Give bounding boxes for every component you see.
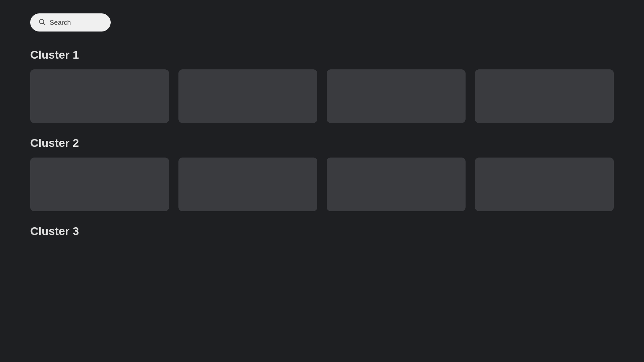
- cluster-2-grid: [30, 158, 614, 211]
- cluster-2-title: Cluster 2: [30, 136, 614, 149]
- svg-line-1: [43, 23, 45, 25]
- search-icon: [38, 18, 46, 27]
- cluster-2-card-1[interactable]: [30, 158, 169, 211]
- search-bar[interactable]: Search: [30, 13, 111, 32]
- cluster-3-title: Cluster 3: [30, 225, 614, 238]
- cluster-2-card-2[interactable]: [178, 158, 317, 211]
- cluster-1-grid: [30, 69, 614, 123]
- cluster-1-card-4[interactable]: [475, 69, 614, 123]
- cluster-1-card-2[interactable]: [178, 69, 317, 123]
- cluster-3-section: Cluster 3: [30, 225, 614, 238]
- cluster-2-section: Cluster 2: [30, 136, 614, 211]
- cluster-1-card-1[interactable]: [30, 69, 169, 123]
- search-label: Search: [50, 19, 71, 26]
- cluster-1-section: Cluster 1: [30, 48, 614, 123]
- cluster-1-title: Cluster 1: [30, 48, 614, 61]
- cluster-2-card-4[interactable]: [475, 158, 614, 211]
- page-container: Search Cluster 1 Cluster 2 Cluster 3: [0, 0, 644, 264]
- cluster-2-card-3[interactable]: [327, 158, 466, 211]
- cluster-1-card-3[interactable]: [327, 69, 466, 123]
